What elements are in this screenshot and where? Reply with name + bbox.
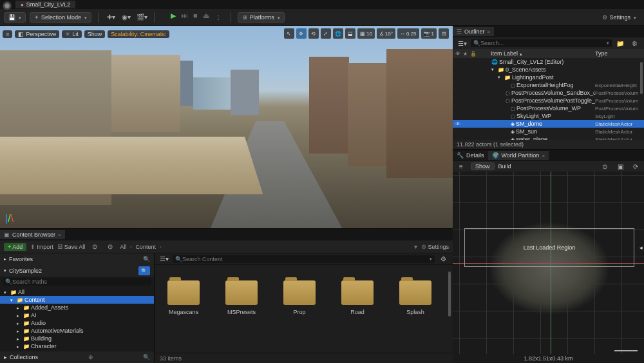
asset-folder[interactable]: MSPresets (222, 280, 261, 315)
skip-button[interactable]: ⏭ (179, 12, 190, 23)
angle-snap-value[interactable]: ∡ 10° (377, 28, 395, 39)
outliner-row[interactable]: ◈ water_plane StaticMeshActor (453, 135, 644, 140)
surface-snap-toggle[interactable]: ⬓ (345, 28, 355, 39)
rotate-tool[interactable]: ⟲ (308, 28, 319, 39)
add-collection-icon[interactable]: ⊕ (88, 354, 93, 360)
settings-dropdown[interactable]: ⚙ Settings (598, 13, 640, 22)
tree-row[interactable]: 📁AutomotiveMaterials (0, 327, 154, 335)
outliner-row[interactable]: 🌐 Small_City_LVL2 (Editor) (453, 58, 644, 66)
platforms-dropdown[interactable]: 🖥 Platforms (238, 12, 285, 23)
outliner-row[interactable]: 👁 ◈ SM_dome StaticMeshActor (453, 120, 644, 128)
asset-folder[interactable]: Megascans (164, 280, 204, 315)
asset-folder[interactable]: Road (337, 280, 377, 315)
source-tree[interactable]: 📁All📁Content📁Added_Assets📁AI📁Audio📁Autom… (0, 287, 154, 351)
options-menu[interactable]: ≡ (455, 161, 467, 172)
search-content-input[interactable]: 🔍 ▾ (173, 255, 435, 263)
item-label-column[interactable]: Item Label ▴ (480, 50, 591, 57)
scalability-button[interactable]: Scalability: Cinematic (108, 30, 169, 38)
search-paths-input[interactable]: 🔍 (3, 278, 151, 286)
show-dropdown[interactable]: Show (84, 30, 106, 38)
outliner-row[interactable]: ▾ 📁 0_SceneAssets (453, 66, 644, 74)
close-icon[interactable]: × (488, 29, 491, 35)
cinematics-dropdown[interactable]: 🎬▾ (136, 12, 147, 23)
outliner-row[interactable]: ◌ PostProcessVolume_WP PostProcessVolum (453, 104, 644, 112)
visibility-column-icon[interactable]: 👁 (455, 51, 460, 57)
show-dropdown[interactable]: Show (471, 162, 495, 170)
outliner-row[interactable]: ▾ 📁 LightingandPost (453, 74, 644, 81)
camera-speed[interactable]: 📷 1 (421, 28, 437, 39)
add-button[interactable]: Add (4, 243, 26, 251)
filter-dropdown[interactable]: ☰▾ (158, 253, 170, 265)
blueprints-dropdown[interactable]: ◉▾ (120, 12, 132, 23)
view-options-button[interactable]: ⚙ (437, 253, 449, 265)
expand-icon[interactable]: ▸ (4, 257, 6, 262)
project-header[interactable]: ▾ CitySample2 🔍 (0, 265, 154, 277)
assets-grid[interactable]: MegascansMSPresetsPropRoadSplash (155, 265, 453, 353)
import-button[interactable]: ⬆Import (30, 244, 53, 250)
selection-mode-dropdown[interactable]: ✦ Selection Mode (30, 12, 91, 23)
collections-header[interactable]: ▸ Collections ⊕ 🔍 (0, 351, 154, 363)
coord-space-toggle[interactable]: 🌐 (333, 28, 343, 39)
outliner-row[interactable]: ◌ PostProcessVolumePostToggle_S PostProc… (453, 97, 644, 104)
type-column[interactable]: Type (595, 50, 641, 57)
search-paths-button[interactable]: 🔍 (138, 266, 150, 275)
viewport-canvas[interactable]: |/\ (0, 26, 453, 228)
scale-snap-value[interactable]: ↔ 0.25 (397, 28, 419, 39)
tree-row[interactable]: 📁Added_Assets (0, 304, 154, 311)
search-icon[interactable]: 🔍 (143, 354, 150, 360)
maximize-viewport[interactable]: ⊞ (439, 28, 449, 39)
new-folder-button[interactable]: 📁 (614, 37, 626, 49)
search-icon[interactable]: 🔍 (143, 256, 150, 262)
tree-row[interactable]: 📁Audio (0, 319, 154, 327)
translate-tool[interactable]: ✥ (296, 28, 307, 39)
world-partition-tab[interactable]: 🌍 World Partition × (488, 151, 549, 160)
close-icon[interactable]: × (58, 232, 61, 238)
bounds-button[interactable]: ▣ (614, 161, 626, 172)
lit-mode-dropdown[interactable]: ☀Lit (62, 30, 82, 38)
grid-snap-value[interactable]: ▦ 10 (357, 28, 375, 39)
select-tool[interactable]: ↖ (284, 28, 294, 39)
play-button[interactable]: ▶ (169, 12, 178, 23)
asset-folder[interactable]: Splash (395, 280, 435, 315)
tree-row[interactable]: 📁All (0, 288, 154, 296)
content-settings-button[interactable]: ⚙Settings (421, 244, 449, 250)
asset-folder[interactable]: Prop (279, 280, 319, 315)
create-dropdown[interactable]: ✚▾ (105, 12, 117, 23)
outliner-row[interactable]: ◌ SkyLight_WP SkyLight (453, 112, 644, 120)
world-partition-map[interactable]: Last Loaded Region (453, 172, 644, 354)
tree-row[interactable]: 📁Character (0, 342, 154, 350)
expand-icon[interactable]: ▸ (4, 354, 7, 360)
play-options-dropdown[interactable]: ⋮ (213, 12, 224, 23)
tree-row[interactable]: 📁AI (0, 311, 154, 319)
viewport[interactable]: Perspective ☀Lit Show Scalability: Cinem… (0, 26, 453, 228)
perspective-dropdown[interactable]: Perspective (15, 30, 59, 38)
focus-button[interactable]: ⊙ (599, 161, 611, 172)
document-tab[interactable]: Small_City_LVL2 (15, 1, 75, 8)
tree-row[interactable]: 📁Building (0, 335, 154, 342)
collapse-icon[interactable]: ▾ (4, 268, 6, 273)
save-all-button[interactable]: 🖫Save All (57, 244, 86, 250)
pinned-column-icon[interactable]: ★ (463, 51, 468, 57)
stop-button[interactable]: ■ (191, 12, 200, 23)
details-tab[interactable]: 🔧 Details (453, 151, 488, 160)
outliner-tree[interactable]: 🌐 Small_City_LVL2 (Editor) ▾ 📁 0_SceneAs… (453, 58, 644, 140)
last-loaded-region[interactable]: Last Loaded Region (464, 228, 634, 267)
history-forward-button[interactable]: ⊙ (104, 241, 116, 253)
viewport-options-menu[interactable] (3, 30, 12, 38)
content-browser-tab[interactable]: ▣ Content Browser × (0, 230, 65, 239)
outliner-row[interactable]: ◌ PostProcessVolume_SandBox_only PostPro… (453, 89, 644, 97)
save-button[interactable] (4, 12, 26, 23)
build-button[interactable]: Build (498, 163, 511, 170)
outliner-tab[interactable]: ☰ Outliner × (453, 27, 494, 36)
outliner-search-input[interactable]: 🔍 ▾ (471, 39, 612, 47)
tree-row[interactable]: 📁Content (0, 296, 154, 304)
history-back-button[interactable]: ⊙ (89, 241, 100, 253)
lock-column-icon[interactable]: 🔓 (470, 51, 477, 57)
eject-button[interactable]: ⏏ (201, 12, 211, 23)
scale-tool[interactable]: ⤢ (321, 28, 331, 39)
favorites-header[interactable]: ▸ Favorites 🔍 (0, 253, 154, 265)
outliner-settings-button[interactable]: ⚙ (629, 37, 640, 49)
outliner-row[interactable]: ◌ ExponentialHeightFog ExponentialHeight (453, 81, 644, 89)
filter-dropdown[interactable]: ☰▾ (457, 37, 468, 49)
outliner-row[interactable]: ◈ SM_sun StaticMeshActor (453, 128, 644, 135)
